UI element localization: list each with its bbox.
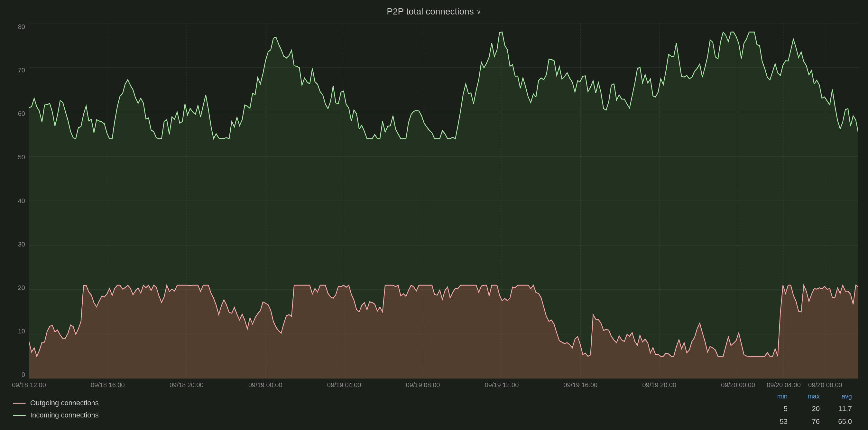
y-tick: 20 xyxy=(10,284,29,291)
outgoing-avg: 11.7 xyxy=(836,405,852,413)
y-tick: 30 xyxy=(10,241,29,248)
x-tick: 09/19 12:00 xyxy=(485,381,519,389)
chart-inner: 09/18 12:0009/18 16:0009/18 20:0009/19 0… xyxy=(29,23,858,391)
x-tick: 09/19 16:00 xyxy=(564,381,598,389)
title-text: P2P total connections xyxy=(387,6,473,17)
header-min: min xyxy=(772,393,787,400)
y-tick: 10 xyxy=(10,328,29,335)
y-tick: 80 xyxy=(10,23,29,31)
x-tick: 09/20 04:00 xyxy=(767,381,801,389)
x-tick: 09/19 04:00 xyxy=(327,381,361,389)
outgoing-max: 20 xyxy=(804,405,820,413)
title-chevron[interactable]: ∨ xyxy=(476,8,481,16)
incoming-line-indicator xyxy=(13,415,26,416)
y-axis: 80706050403020100 xyxy=(10,23,29,391)
chart-title[interactable]: P2P total connections ∨ xyxy=(10,6,858,17)
stats-row-outgoing: 5 20 11.7 xyxy=(772,405,852,413)
chart-container: P2P total connections ∨ 8070605040302010… xyxy=(0,0,868,430)
incoming-min: 53 xyxy=(772,418,787,426)
incoming-label: Incoming connections xyxy=(30,411,99,419)
y-tick: 70 xyxy=(10,67,29,74)
outgoing-line-indicator xyxy=(13,403,26,404)
stats-row-incoming: 53 76 65.0 xyxy=(772,418,852,426)
legend-area: Outgoing connections Incoming connection… xyxy=(10,391,858,427)
y-tick: 50 xyxy=(10,154,29,161)
legend-item-outgoing: Outgoing connections xyxy=(13,399,858,407)
x-tick: 09/20 00:00 xyxy=(721,381,755,389)
header-avg: avg xyxy=(836,393,852,400)
x-tick: 09/18 12:00 xyxy=(12,381,46,389)
legend-stats: min max avg 5 20 11.7 53 76 65.0 xyxy=(772,393,852,426)
x-tick: 09/18 20:00 xyxy=(169,381,204,389)
legend-item-incoming: Incoming connections xyxy=(13,411,858,419)
outgoing-min: 5 xyxy=(772,405,787,413)
x-tick: 09/19 00:00 xyxy=(248,381,282,389)
x-axis: 09/18 12:0009/18 16:0009/18 20:0009/19 0… xyxy=(29,378,858,391)
x-tick: 09/19 08:00 xyxy=(406,381,440,389)
chart-area: 80706050403020100 09/18 12:0009/18 16:00… xyxy=(10,23,858,391)
chart-svg-area xyxy=(29,23,858,378)
y-tick: 40 xyxy=(10,197,29,205)
x-tick: 09/20 08:00 xyxy=(808,381,842,389)
y-tick: 0 xyxy=(10,371,29,378)
x-tick: 09/18 16:00 xyxy=(91,381,125,389)
incoming-max: 76 xyxy=(804,418,820,426)
y-tick: 60 xyxy=(10,110,29,118)
header-max: max xyxy=(804,393,820,400)
main-chart-svg xyxy=(29,23,858,378)
stats-header: min max avg xyxy=(772,393,852,400)
x-tick: 09/19 20:00 xyxy=(642,381,676,389)
incoming-avg: 65.0 xyxy=(836,418,852,426)
outgoing-label: Outgoing connections xyxy=(30,399,99,407)
